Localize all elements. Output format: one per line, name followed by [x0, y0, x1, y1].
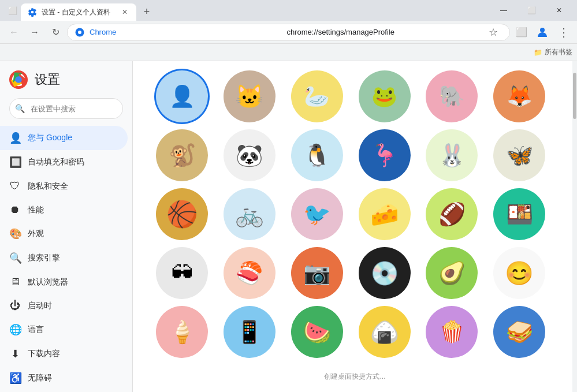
avatar-emoji-r0-c4: 🐘: [439, 84, 465, 109]
minimize-button[interactable]: —: [490, 2, 517, 19]
avatar-item-r2-c2[interactable]: 🐦: [291, 188, 343, 240]
avatar-item-r4-c4[interactable]: 🍿: [426, 306, 478, 358]
avatar-item-r2-c4[interactable]: 🏈: [426, 188, 478, 240]
footer-hint: 创建桌面快捷方式...: [156, 367, 554, 386]
avatar-item-r4-c1[interactable]: 📱: [224, 306, 276, 358]
svg-point-6: [15, 76, 22, 83]
tab-favicon: [28, 8, 37, 17]
settings-search-input[interactable]: [9, 98, 123, 119]
sidebar-item-0[interactable]: 👤您与 Google: [0, 126, 128, 150]
chrome-logo: [9, 70, 28, 89]
close-button[interactable]: ✕: [546, 2, 572, 19]
url-text: chrome://settings/manageProfile: [287, 28, 480, 36]
avatar-item-r3-c0[interactable]: 🕶: [156, 247, 208, 299]
sidebar-item-4[interactable]: 🎨外观: [0, 222, 128, 246]
avatar-emoji-r4-c1: 📱: [236, 319, 263, 345]
tab-group-button[interactable]: ⬜: [5, 2, 21, 18]
active-tab[interactable]: 设置 - 自定义个人资料 ✕: [21, 3, 136, 21]
new-tab-button[interactable]: +: [139, 3, 155, 20]
avatar-item-r4-c3[interactable]: 🍙: [359, 306, 411, 358]
avatar-item-r1-c2[interactable]: 🐧: [291, 129, 343, 181]
bookmark-star-button[interactable]: ☆: [484, 23, 502, 42]
avatar-emoji-r0-c3: 🐸: [371, 84, 397, 109]
sidebar-item-label-6: 默认浏览器: [28, 277, 68, 288]
address-bar[interactable]: Chrome chrome://settings/manageProfile ☆: [67, 24, 510, 41]
chrome-brand-label: Chrome: [90, 28, 282, 36]
reload-button[interactable]: ↻: [46, 23, 65, 42]
profile-button[interactable]: [533, 23, 552, 42]
avatar-emoji-r2-c1: 🚲: [235, 201, 264, 228]
avatar-item-r1-c0[interactable]: 🐒: [156, 129, 208, 181]
browser-toolbar: ← → ↻ Chrome chrome://settings/managePro…: [0, 21, 577, 44]
avatar-item-r3-c3[interactable]: 💿: [359, 247, 411, 299]
sidebar-item-7[interactable]: ⏻启动时: [0, 294, 128, 318]
all-bookmarks-link[interactable]: 📁 所有书签: [534, 47, 572, 57]
sidebar-item-6[interactable]: 🖥默认浏览器: [0, 270, 128, 294]
sidebar-item-8[interactable]: 🌐语言: [0, 318, 128, 342]
maximize-button[interactable]: ⬜: [518, 2, 545, 19]
avatar-item-r0-c3[interactable]: 🐸: [359, 70, 411, 122]
avatar-emoji-r3-c4: 🥑: [438, 260, 466, 286]
sidebar-item-label-4: 外观: [28, 229, 44, 239]
avatar-item-r2-c0[interactable]: 🏀: [156, 188, 208, 240]
avatar-scroll-area[interactable]: 👤🐱🦢🐸🐘🦊🐒🐼🐧🦩🐰🦋🏀🚲🐦🧀🏈🍱🕶🍣📷💿🥑😊🍦📱🍉🍙🍿🥪 创建桌面快捷方式.…: [133, 61, 577, 392]
sidebar-item-label-5: 搜索引擎: [28, 253, 60, 263]
avatar-emoji-r2-c3: 🧀: [370, 201, 399, 228]
tab-strip-button[interactable]: ⬜: [512, 23, 531, 42]
avatar-item-r1-c4[interactable]: 🐰: [426, 129, 478, 181]
sidebar-item-icon-4: 🎨: [9, 227, 21, 240]
svg-point-1: [78, 31, 81, 34]
avatar-emoji-r3-c5: 😊: [505, 260, 534, 287]
avatar-item-r0-c0[interactable]: 👤: [156, 70, 208, 122]
tab-close-button[interactable]: ✕: [120, 8, 129, 17]
tab-title: 设置 - 自定义个人资料: [42, 8, 116, 17]
sidebar-item-3[interactable]: ⏺性能: [0, 198, 128, 222]
avatar-emoji-r1-c0: 🐒: [169, 143, 196, 168]
main-content: 👤🐱🦢🐸🐘🦊🐒🐼🐧🦩🐰🦋🏀🚲🐦🧀🏈🍱🕶🍣📷💿🥑😊🍦📱🍉🍙🍿🥪 创建桌面快捷方式.…: [133, 61, 577, 392]
avatar-emoji-r2-c4: 🏈: [438, 201, 466, 227]
avatar-item-r2-c5[interactable]: 🍱: [493, 188, 545, 240]
avatar-item-r1-c1[interactable]: 🐼: [224, 129, 276, 181]
sidebar-item-icon-8: 🌐: [9, 323, 21, 336]
avatar-item-r3-c2[interactable]: 📷: [291, 247, 343, 299]
avatar-item-r1-c5[interactable]: 🦋: [493, 129, 545, 181]
avatar-emoji-r0-c0: 👤: [169, 84, 195, 109]
sidebar-item-label-0: 您与 Google: [28, 133, 72, 143]
sidebar-item-10[interactable]: ♿无障碍: [0, 366, 128, 390]
avatar-item-r3-c5[interactable]: 😊: [493, 247, 545, 299]
avatar-item-r0-c5[interactable]: 🦊: [493, 70, 545, 122]
avatar-item-r4-c5[interactable]: 🥪: [493, 306, 545, 358]
avatar-item-r4-c0[interactable]: 🍦: [156, 306, 208, 358]
avatar-emoji-r2-c2: 🐦: [303, 201, 330, 227]
avatar-item-r1-c3[interactable]: 🦩: [359, 129, 411, 181]
avatar-item-r2-c3[interactable]: 🧀: [359, 188, 411, 240]
sidebar-item-label-9: 下载内容: [28, 349, 60, 359]
avatar-emoji-r3-c1: 🍣: [236, 260, 263, 286]
forward-button[interactable]: →: [25, 23, 44, 42]
sidebar-item-icon-0: 👤: [9, 132, 21, 144]
avatar-emoji-r3-c2: 📷: [303, 260, 330, 286]
sidebar-item-5[interactable]: 🔍搜索引擎: [0, 246, 128, 270]
settings-page-title: 设置: [35, 71, 60, 88]
sidebar-item-1[interactable]: 🔲自动填充和密码: [0, 150, 128, 174]
content-area: 设置 🔍 👤您与 Google🔲自动填充和密码🛡隐私和安全⏺性能🎨外观🔍搜索引擎…: [0, 61, 577, 392]
sidebar-item-icon-6: 🖥: [9, 276, 21, 288]
avatar-item-r2-c1[interactable]: 🚲: [224, 188, 276, 240]
avatar-item-r4-c2[interactable]: 🍉: [291, 306, 343, 358]
sidebar-item-label-2: 隐私和安全: [28, 181, 68, 192]
main-scrollbar[interactable]: [572, 61, 577, 392]
sidebar-item-label-8: 语言: [28, 324, 44, 335]
avatar-item-r3-c1[interactable]: 🍣: [224, 247, 276, 299]
avatar-item-r0-c2[interactable]: 🦢: [291, 70, 343, 122]
main-scrollbar-thumb[interactable]: [573, 73, 576, 119]
sidebar-item-9[interactable]: ⬇下载内容: [0, 342, 128, 366]
sidebar-nav: 👤您与 Google🔲自动填充和密码🛡隐私和安全⏺性能🎨外观🔍搜索引擎🖥默认浏览…: [0, 124, 132, 392]
sidebar-item-icon-2: 🛡: [9, 180, 21, 192]
back-button[interactable]: ←: [5, 23, 23, 42]
avatar-item-r0-c4[interactable]: 🐘: [426, 70, 478, 122]
sidebar-item-2[interactable]: 🛡隐私和安全: [0, 174, 128, 198]
chrome-menu-button[interactable]: ⋮: [554, 23, 572, 42]
folder-icon: 📁: [534, 48, 542, 57]
avatar-item-r0-c1[interactable]: 🐱: [224, 70, 276, 122]
avatar-item-r3-c4[interactable]: 🥑: [426, 247, 478, 299]
